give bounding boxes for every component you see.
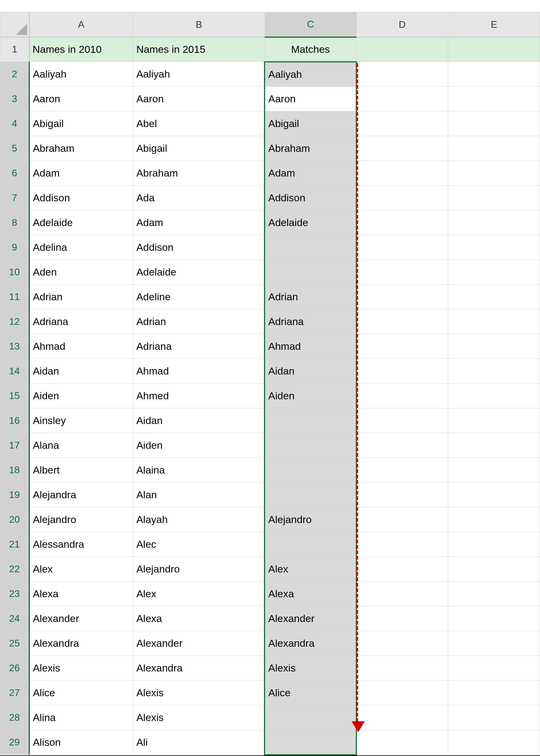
cell[interactable]: Aidan (133, 408, 265, 433)
cell[interactable] (448, 235, 540, 260)
cell[interactable]: Alison (29, 730, 133, 755)
cell[interactable]: Alexander (265, 606, 356, 631)
row-header[interactable]: 26 (0, 656, 29, 681)
row-header[interactable]: 23 (0, 582, 29, 606)
cell[interactable]: Ada (133, 186, 265, 210)
cell[interactable] (356, 681, 448, 705)
cell[interactable]: Alexander (133, 631, 265, 656)
select-all-corner[interactable] (0, 12, 29, 37)
row-header[interactable]: 28 (0, 705, 29, 730)
cell[interactable]: Alexandra (265, 631, 356, 656)
cell[interactable]: Adrian (133, 309, 265, 334)
cell[interactable] (356, 235, 448, 260)
row-header[interactable]: 27 (0, 681, 29, 705)
row-header[interactable]: 7 (0, 186, 29, 210)
cell[interactable] (448, 309, 540, 334)
cell[interactable]: Adam (265, 161, 356, 186)
cell[interactable]: Alessandra (29, 532, 133, 557)
cell[interactable]: Aaron (265, 87, 356, 111)
row-header[interactable]: 10 (0, 260, 29, 284)
col-header-E[interactable]: E (448, 12, 540, 37)
cell[interactable] (448, 705, 540, 730)
cell[interactable] (356, 631, 448, 656)
row-header[interactable]: 11 (0, 284, 29, 309)
cell[interactable]: Ahmed (133, 383, 265, 408)
row-header[interactable]: 29 (0, 730, 29, 755)
cell[interactable] (448, 136, 540, 161)
cell[interactable] (448, 284, 540, 309)
cell[interactable]: Names in 2010 (29, 37, 133, 62)
cell[interactable] (356, 606, 448, 631)
cell[interactable] (356, 186, 448, 210)
cell[interactable]: Addison (265, 186, 356, 210)
cell[interactable] (265, 483, 356, 507)
row-header[interactable]: 22 (0, 557, 29, 582)
cell[interactable] (356, 284, 448, 309)
cell[interactable] (356, 532, 448, 557)
cell[interactable] (356, 37, 448, 62)
row-header[interactable]: 15 (0, 383, 29, 408)
cell[interactable] (356, 730, 448, 755)
cell[interactable] (356, 582, 448, 606)
cell[interactable] (356, 458, 448, 483)
cell[interactable] (448, 111, 540, 136)
cell[interactable]: Alexis (133, 681, 265, 705)
cell[interactable]: Adelaide (29, 210, 133, 235)
cell[interactable]: Alexa (265, 582, 356, 606)
cell[interactable] (448, 161, 540, 186)
cell[interactable]: Aaron (133, 87, 265, 111)
cell[interactable] (356, 136, 448, 161)
cell[interactable]: Abraham (265, 136, 356, 161)
cell[interactable]: Alex (29, 557, 133, 582)
cell[interactable] (265, 730, 356, 755)
cell[interactable] (448, 87, 540, 111)
cell[interactable]: Alexandra (29, 631, 133, 656)
cell[interactable]: Adam (133, 210, 265, 235)
cell[interactable] (265, 235, 356, 260)
cell[interactable]: Aaron (29, 87, 133, 111)
cell[interactable]: Aidan (29, 359, 133, 383)
cell[interactable] (356, 557, 448, 582)
cell[interactable]: Adam (29, 161, 133, 186)
cell[interactable]: Abigail (133, 136, 265, 161)
cell[interactable]: Alec (133, 532, 265, 557)
cell[interactable] (448, 260, 540, 284)
cell[interactable]: Ahmad (133, 359, 265, 383)
cell[interactable] (448, 408, 540, 433)
col-header-C[interactable]: C (265, 12, 356, 37)
cell[interactable] (448, 730, 540, 755)
cell[interactable]: Adelaide (133, 260, 265, 284)
cell[interactable] (265, 458, 356, 483)
cell[interactable]: Adriana (133, 334, 265, 359)
cell[interactable] (448, 334, 540, 359)
cell[interactable]: Alexis (29, 656, 133, 681)
cell[interactable]: Aiden (29, 383, 133, 408)
cell[interactable]: Alexa (133, 606, 265, 631)
cell[interactable]: Aiden (265, 383, 356, 408)
cell[interactable]: Alaina (133, 458, 265, 483)
cell[interactable]: Abraham (133, 161, 265, 186)
cell[interactable] (448, 483, 540, 507)
cell[interactable]: Alice (29, 681, 133, 705)
row-header[interactable]: 1 (0, 37, 29, 62)
cell[interactable]: Abigail (265, 111, 356, 136)
cell[interactable]: Alexa (29, 582, 133, 606)
cell[interactable]: Alice (265, 681, 356, 705)
cell[interactable] (448, 210, 540, 235)
row-header[interactable]: 12 (0, 309, 29, 334)
cell[interactable]: Alan (133, 483, 265, 507)
cell[interactable]: Adeline (133, 284, 265, 309)
cell[interactable] (265, 260, 356, 284)
cell[interactable]: Aidan (265, 359, 356, 383)
cell[interactable]: Adrian (265, 284, 356, 309)
cell[interactable]: Adelaide (265, 210, 356, 235)
cell[interactable]: Alejandro (133, 557, 265, 582)
cell[interactable]: Addison (133, 235, 265, 260)
cell[interactable] (448, 433, 540, 458)
cell[interactable]: Names in 2015 (133, 37, 265, 62)
cell[interactable]: Aiden (133, 433, 265, 458)
cell[interactable]: Ali (133, 730, 265, 755)
cell[interactable] (356, 260, 448, 284)
cell[interactable] (448, 656, 540, 681)
cell[interactable] (356, 408, 448, 433)
